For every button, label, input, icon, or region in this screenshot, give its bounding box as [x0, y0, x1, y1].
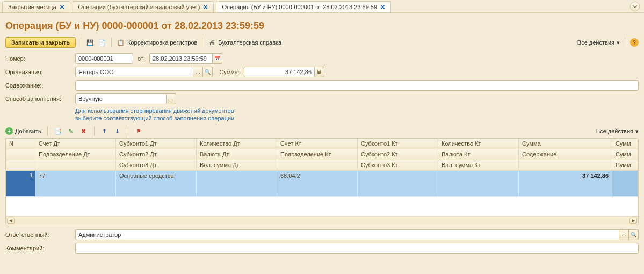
tab-operation-doc[interactable]: Операция (БУ и НУ) 0000-000001 от 28.02.…	[216, 1, 391, 12]
grid-header-row: Субконто3 Дт Вал. сумма Дт Субконто3 Кт …	[6, 160, 638, 171]
col-sum-ext[interactable]: Сумм	[612, 160, 638, 170]
list-icon: 📋	[117, 38, 125, 47]
col-sum-ext[interactable]: Сумм	[612, 149, 638, 160]
responsible-label: Ответственный:	[5, 232, 75, 238]
table-row[interactable]: 1 77 Основные средства 68.04.2 37 142,86	[6, 171, 638, 197]
col-blank	[6, 160, 35, 170]
grid-all-actions-button[interactable]: Все действия ▾	[596, 128, 639, 135]
calculator-icon[interactable]: 🖩	[315, 67, 324, 77]
sum-input[interactable]	[244, 67, 315, 77]
col-cur-dt[interactable]: Валюта Дт	[197, 149, 277, 160]
comment-label: Комментарий:	[5, 245, 75, 251]
cell-sub1-dt[interactable]: Основные средства	[116, 171, 197, 196]
col-qty-kt[interactable]: Количество Кт	[438, 139, 519, 149]
fill-method-input[interactable]	[75, 93, 167, 104]
scroll-right-icon[interactable]: ▶	[629, 218, 637, 224]
col-div-kt[interactable]: Подразделение Кт	[277, 149, 358, 160]
grid-header-row: Подразделение Дт Субконто2 Дт Валюта Дт …	[6, 149, 638, 160]
close-icon[interactable]: ✕	[60, 4, 64, 11]
col-blank	[6, 149, 35, 160]
content-input[interactable]	[75, 80, 639, 91]
fill-method-hint: Для использования сторнирования движений…	[75, 107, 290, 122]
col-content[interactable]: Содержание	[519, 149, 612, 160]
col-qty-dt[interactable]: Количество Дт	[197, 139, 277, 149]
cell-sub1-kt[interactable]	[358, 171, 438, 196]
edit-icon[interactable]: ✎	[67, 127, 75, 135]
row-number: 1	[30, 172, 33, 178]
hint-line1: Для использования сторнирования движений…	[75, 107, 234, 114]
cell-qty-kt[interactable]	[438, 171, 519, 196]
col-acc-kt[interactable]: Счет Кт	[277, 139, 358, 149]
cell-sum[interactable]: 37 142,86	[519, 171, 612, 196]
row-indicator: 1	[6, 171, 35, 196]
col-cur-sum-dt[interactable]: Вал. сумма Дт	[197, 160, 277, 170]
accounting-note-button[interactable]: 🖨 Бухгалтерская справка	[207, 38, 281, 47]
col-n[interactable]: N	[6, 139, 35, 149]
search-icon[interactable]: 🔍	[629, 229, 639, 240]
horizontal-scrollbar[interactable]: ◀ ▶	[6, 216, 638, 225]
sum-label: Сумма:	[213, 69, 244, 75]
cell-acc-dt[interactable]: 77	[35, 171, 116, 196]
col-cur-kt[interactable]: Валюта Кт	[438, 149, 519, 160]
save-icon[interactable]: 💾	[86, 38, 95, 47]
chevron-down-icon: ▾	[635, 128, 639, 135]
tab-close-month[interactable]: Закрытие месяца ✕	[2, 1, 70, 12]
responsible-input[interactable]	[75, 229, 619, 240]
col-sub3-dt[interactable]: Субконто3 Дт	[116, 160, 197, 170]
all-actions-button[interactable]: Все действия ▾	[577, 39, 620, 46]
grid-empty-space	[6, 197, 638, 216]
number-label: Номер:	[5, 55, 75, 62]
move-down-icon[interactable]: ⬇	[113, 127, 122, 135]
delete-icon[interactable]: ✖	[79, 127, 88, 135]
help-icon[interactable]: ?	[630, 38, 639, 47]
comment-input[interactable]	[75, 243, 639, 254]
copy-icon[interactable]: 📑	[54, 127, 62, 135]
flag-icon[interactable]: ⚑	[134, 127, 143, 135]
col-cur-sum-kt[interactable]: Вал. сумма Кт	[438, 160, 519, 170]
number-input[interactable]	[75, 53, 133, 64]
row-fill-method: Способ заполнения: …	[5, 93, 639, 104]
col-sub2-dt[interactable]: Субконто2 Дт	[116, 149, 197, 160]
row-responsible: Ответственный: … 🔍	[5, 229, 639, 240]
select-icon[interactable]: …	[167, 93, 176, 104]
row-comment: Комментарий:	[5, 243, 639, 254]
tab-bar: Закрытие месяца ✕ Операции (бухгалтерски…	[0, 0, 644, 13]
scroll-left-icon[interactable]: ◀	[7, 218, 15, 224]
entries-grid: N Счет Дт Субконто1 Дт Количество Дт Сче…	[5, 138, 639, 225]
org-input[interactable]	[75, 67, 193, 77]
col-sum-ext[interactable]: Сумм	[612, 139, 638, 149]
document-icon[interactable]: 📄	[98, 38, 106, 47]
col-acc-dt[interactable]: Счет Дт	[35, 139, 116, 149]
select-icon[interactable]: …	[619, 229, 629, 240]
label: Добавить	[15, 128, 41, 134]
hint-line2: выберите соответствующий способ заполнен…	[75, 115, 234, 121]
col-sub3-kt[interactable]: Субконто3 Кт	[358, 160, 438, 170]
register-correction-button[interactable]: 📋 Корректировка регистров	[117, 38, 197, 47]
cell-acc-kt[interactable]: 68.04.2	[277, 171, 358, 196]
close-icon[interactable]: ✕	[203, 4, 208, 11]
page-title: Операция (БУ и НУ) 0000-000001 от 28.02.…	[5, 20, 639, 32]
close-icon[interactable]: ✕	[380, 4, 385, 11]
calendar-icon[interactable]: 📅	[213, 53, 222, 64]
col-sum[interactable]: Сумма	[519, 139, 612, 149]
from-label: от:	[133, 55, 149, 62]
col-blank	[519, 160, 612, 170]
separator	[625, 38, 625, 47]
col-sub1-kt[interactable]: Субконто1 Кт	[358, 139, 438, 149]
col-sub1-dt[interactable]: Субконто1 Дт	[116, 139, 197, 149]
cell-qty-dt[interactable]	[197, 171, 277, 196]
add-row-button[interactable]: + Добавить	[5, 127, 41, 135]
col-sub2-kt[interactable]: Субконто2 Кт	[358, 149, 438, 160]
date-input[interactable]	[149, 53, 213, 64]
tab-operations[interactable]: Операции (бухгалтерский и налоговый учет…	[73, 1, 214, 12]
page-body: Операция (БУ и НУ) 0000-000001 от 28.02.…	[0, 13, 644, 261]
cell-ext[interactable]	[612, 171, 638, 196]
search-icon[interactable]: 🔍	[203, 67, 213, 77]
move-up-icon[interactable]: ⬆	[100, 127, 109, 135]
tab-label: Закрытие месяца	[8, 4, 56, 10]
col-div-dt[interactable]: Подразделение Дт	[35, 149, 116, 160]
select-icon[interactable]: …	[193, 67, 203, 77]
label: Корректировка регистров	[127, 39, 197, 46]
save-close-button[interactable]: Записать и закрыть	[5, 37, 76, 48]
chevron-down-icon[interactable]	[630, 2, 640, 11]
